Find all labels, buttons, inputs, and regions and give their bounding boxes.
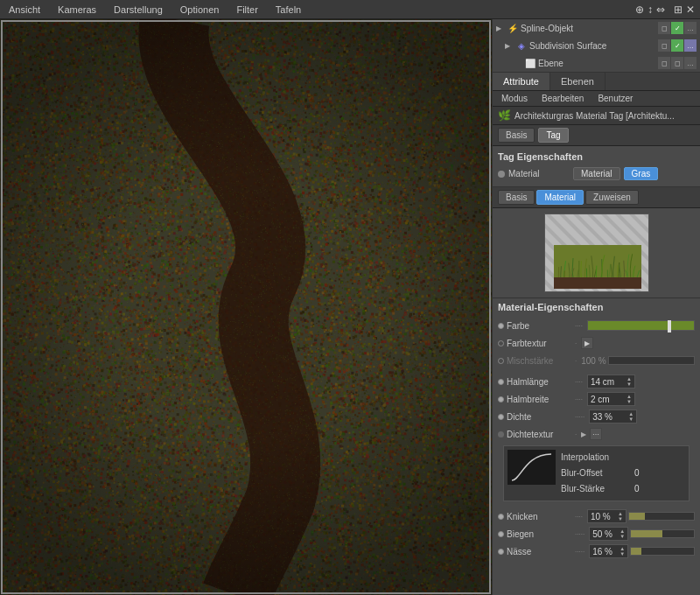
halmbreite-input[interactable]: 2 cm ▲▼	[587, 392, 635, 406]
menu-filter[interactable]: Filter	[233, 3, 261, 17]
dichtetextur-dot[interactable]	[498, 431, 504, 438]
main-layout: (function() { const canvas = document.ge…	[0, 19, 700, 595]
plane-vis-btn[interactable]: ◻	[658, 57, 670, 69]
blur-staerke-row: Blur-Stärke 0	[561, 481, 685, 495]
subtab-modus[interactable]: Modus	[496, 93, 533, 104]
dichtetextur-btn[interactable]: ⋯	[590, 428, 602, 440]
menu-optionen[interactable]: Optionen	[177, 3, 223, 17]
window-icon[interactable]: ⊞	[674, 4, 682, 16]
dichte-label: Dichte	[507, 412, 572, 422]
farbtextur-ctrl: ▶	[581, 337, 695, 349]
panel-tabs: Attribute Ebenen	[493, 73, 700, 91]
tree-label-subdiv: Subdivision Surface	[529, 41, 656, 51]
menu-kameras[interactable]: Kameras	[54, 3, 100, 17]
prop-farbtextur: Farbtextur · ▶	[498, 335, 695, 351]
tab-ebenen[interactable]: Ebenen	[550, 73, 606, 90]
toolbar-icons: ⊕ ↕ ⇔ ⊞ ✕	[635, 4, 695, 16]
tag-info-label: Architekturgras Material Tag [Architektu…	[514, 111, 695, 121]
naesse-input[interactable]: 16 % ▲▼	[589, 544, 628, 558]
menu-tafeln[interactable]: Tafeln	[272, 3, 304, 17]
mischstaerke-dot[interactable]	[498, 358, 504, 364]
farbe-ctrl	[587, 320, 695, 331]
mischstaerke-slider[interactable]	[608, 356, 695, 365]
subtab-bearbeiten[interactable]: Bearbeiten	[536, 93, 589, 104]
rotate-icon[interactable]: ↕	[648, 4, 653, 16]
dichte-dot[interactable]	[498, 414, 504, 420]
close-icon[interactable]: ✕	[686, 4, 695, 16]
subdiv-extra-btn[interactable]: …	[684, 39, 696, 52]
halmlaenge-label: Halmlänge	[507, 377, 572, 387]
knicken-dots: ····	[575, 513, 583, 521]
naesse-label: Nässe	[507, 547, 572, 556]
spline-icon: ⚡	[507, 22, 519, 34]
material-label: Material	[508, 169, 570, 178]
subdiv-vis-btn[interactable]: ◻	[658, 39, 670, 52]
prop-dichtetextur: Dichtetextur · ▶ ⋯	[498, 426, 695, 442]
prop-halmlaenge: Halmlänge ···· 14 cm ▲▼	[498, 374, 695, 389]
mat-tab-zuweisen[interactable]: Zuweisen	[585, 190, 639, 205]
blur-offset-label: Blur-Offset	[561, 468, 631, 478]
tree-row-plane[interactable]: ⬜ Ebene ◻ ◻ …	[493, 54, 700, 72]
prop-mischstaerke: Mischstärke · 100 %	[498, 353, 695, 368]
menubar: Ansicht Kameras Darstellung Optionen Fil…	[0, 0, 700, 19]
dichtetextur-dots: ·	[575, 430, 577, 438]
tree-toggle-spline[interactable]: ▶	[496, 24, 505, 32]
mat-preview: (function() { const c = document.getElem…	[493, 208, 700, 298]
farbtextur-btn[interactable]: ▶	[581, 337, 593, 349]
mischstaerke-dots: ·	[575, 357, 577, 365]
dichtetextur-ctrl: ▶ ⋯	[581, 428, 695, 440]
farbe-bar[interactable]	[587, 320, 695, 331]
viewport[interactable]: (function() { const canvas = document.ge…	[0, 19, 492, 595]
halmlaenge-input[interactable]: 14 cm ▲▼	[587, 374, 635, 388]
mat-tab-basis[interactable]: Basis	[498, 190, 535, 205]
tree-row-subdiv[interactable]: ▶ ◈ Subdivision Surface ◻ ✓ …	[493, 37, 700, 54]
material-btn-material[interactable]: Material	[573, 167, 620, 180]
biegen-dots: ·····	[575, 530, 584, 538]
mat-tab-material[interactable]: Material	[536, 190, 584, 205]
dichte-input[interactable]: 33 % ▲▼	[589, 410, 637, 424]
halmlaenge-dots: ····	[575, 378, 583, 386]
biegen-slider[interactable]	[630, 529, 695, 538]
bt-tab-basis[interactable]: Basis	[498, 128, 535, 143]
mat-thumbnail: (function() { const c = document.getElem…	[544, 214, 649, 292]
prop-halmbreite: Halmbreite ···· 2 cm ▲▼	[498, 391, 695, 407]
halmlaenge-dot[interactable]	[498, 379, 504, 385]
scale-icon[interactable]: ⇔	[656, 4, 665, 16]
menu-darstellung[interactable]: Darstellung	[110, 3, 166, 17]
plane-lock-btn[interactable]: ◻	[671, 57, 683, 69]
spline-vis-btn[interactable]: ◻	[658, 22, 670, 34]
knicken-input[interactable]: 10 % ▲▼	[587, 509, 626, 523]
mischstaerke-label: Mischstärke	[507, 356, 572, 366]
naesse-ctrl: 16 % ▲▼	[589, 544, 695, 558]
farbtextur-dot[interactable]	[498, 340, 504, 346]
biegen-dot[interactable]	[498, 531, 504, 537]
material-row: Material Material Gras	[498, 167, 695, 180]
subtab-benutzer[interactable]: Benutzer	[592, 93, 638, 104]
material-btn-gras[interactable]: Gras	[624, 167, 659, 180]
tree-label-plane: Ebene	[538, 59, 656, 68]
naesse-slider[interactable]	[630, 547, 695, 556]
tab-attribute[interactable]: Attribute	[493, 73, 550, 90]
move-icon[interactable]: ⊕	[635, 4, 644, 16]
knicken-dot[interactable]	[498, 514, 504, 520]
dichtetextur-label: Dichtetextur	[507, 430, 572, 439]
halmbreite-label: Halmbreite	[507, 395, 572, 404]
tree-toggle-subdiv[interactable]: ▶	[505, 42, 514, 50]
knicken-slider[interactable]	[628, 512, 695, 521]
subdiv-lock-btn[interactable]: ✓	[671, 39, 683, 52]
plane-extra-btn[interactable]: …	[684, 57, 696, 69]
sub-tabs: Modus Bearbeiten Benutzer	[493, 91, 700, 107]
right-panel: ▶ ⚡ Spline-Objekt ◻ ✓ … ▶ ◈ Subdivision …	[492, 19, 700, 595]
spline-extra-btn[interactable]: …	[684, 22, 696, 34]
tree-row-spline[interactable]: ▶ ⚡ Spline-Objekt ◻ ✓ …	[493, 19, 700, 37]
halmlaenge-ctrl: 14 cm ▲▼	[587, 374, 695, 388]
knicken-label: Knicken	[507, 512, 572, 522]
halmbreite-ctrl: 2 cm ▲▼	[587, 392, 695, 406]
halmbreite-dot[interactable]	[498, 396, 504, 402]
biegen-input[interactable]: 50 % ▲▼	[589, 527, 628, 541]
farbe-dot[interactable]	[498, 323, 504, 329]
bt-tab-tag[interactable]: Tag	[538, 128, 568, 143]
menu-ansicht[interactable]: Ansicht	[5, 3, 44, 17]
spline-lock-btn[interactable]: ✓	[671, 22, 683, 34]
naesse-dot[interactable]	[498, 549, 504, 555]
